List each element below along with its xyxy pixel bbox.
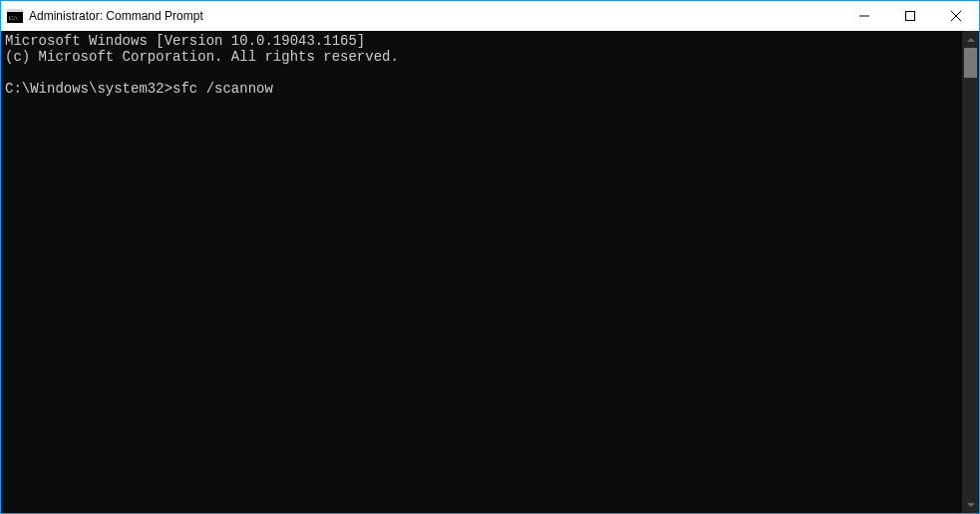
console-output[interactable]: Microsoft Windows [Version 10.0.19043.11… <box>1 31 962 513</box>
typed-command: sfc /scannow <box>172 81 273 97</box>
prompt-text: C:\Windows\system32> <box>5 81 172 97</box>
titlebar[interactable]: C:\ Administrator: Command Prompt <box>1 1 979 31</box>
chevron-down-icon <box>967 503 975 507</box>
svg-text:C:\: C:\ <box>9 14 18 22</box>
window-controls <box>841 1 979 31</box>
svg-rect-5 <box>906 12 915 21</box>
command-prompt-window: C:\ Administrator: Command Prompt Micros… <box>0 0 980 514</box>
vertical-scrollbar[interactable] <box>962 31 979 513</box>
scroll-up-button[interactable] <box>962 31 979 48</box>
close-button[interactable] <box>933 1 979 31</box>
console-area: Microsoft Windows [Version 10.0.19043.11… <box>1 31 979 513</box>
window-title: Administrator: Command Prompt <box>29 9 203 23</box>
copyright-line: (c) Microsoft Corporation. All rights re… <box>5 49 399 65</box>
scrollbar-thumb[interactable] <box>964 48 977 78</box>
version-line: Microsoft Windows [Version 10.0.19043.11… <box>5 33 365 49</box>
chevron-up-icon <box>967 38 975 42</box>
cmd-icon: C:\ <box>7 8 23 24</box>
minimize-button[interactable] <box>841 1 887 31</box>
scroll-down-button[interactable] <box>962 496 979 513</box>
svg-rect-1 <box>7 9 23 12</box>
maximize-button[interactable] <box>887 1 933 31</box>
